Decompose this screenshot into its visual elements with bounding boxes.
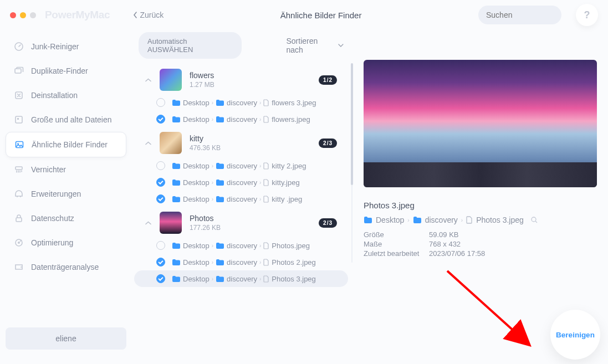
minimize-window-button[interactable] — [20, 12, 26, 18]
file-name: kitty 2.jpeg — [272, 162, 306, 170]
checkbox[interactable] — [156, 241, 165, 250]
group-info: kitty 476.36 KB — [190, 134, 311, 152]
path-segment: discovery — [227, 162, 257, 170]
sidebar-item-optimierung[interactable]: Optimierung — [6, 230, 126, 255]
sidebar-item-duplikate-finder[interactable]: Duplikate-Finder — [6, 59, 126, 83]
checkbox[interactable] — [156, 178, 165, 187]
file-row[interactable]: Desktop› discovery› Photos 3.jpeg — [134, 270, 348, 287]
uninstall-icon — [13, 90, 24, 101]
file-path: Desktop› discovery› kitty .jpeg — [172, 195, 302, 203]
chevron-right-icon: › — [259, 243, 261, 249]
file-path: Desktop› discovery› Photos.jpeg — [172, 242, 310, 250]
checkbox[interactable] — [156, 98, 165, 107]
file-row[interactable]: Desktop› discovery› Photos 2.jpeg — [134, 254, 348, 270]
svg-line-16 — [447, 271, 527, 342]
folder-icon — [172, 196, 181, 203]
meta-key: Maße — [364, 240, 425, 248]
path-segment: Desktop — [183, 99, 210, 107]
sidebar-item-deinstallation[interactable]: Deinstallation — [6, 83, 126, 107]
file-icon — [263, 179, 269, 186]
result-list: Automatisch AUSWÄHLEN Sortieren nach flo… — [132, 30, 350, 364]
file-path: Desktop› discovery› flowers.jpeg — [172, 115, 310, 124]
group-count-badge: 2/3 — [319, 139, 337, 148]
folder-icon — [216, 196, 224, 203]
svg-rect-7 — [16, 142, 23, 148]
path-segment: discovery — [227, 258, 257, 266]
sidebar-item-datenschutz[interactable]: Datenschutz — [6, 206, 126, 230]
chevron-right-icon: › — [259, 259, 261, 265]
result-group: flowers 1.27 MB 1/2 Desktop› discovery› … — [134, 65, 348, 127]
file-row[interactable]: Desktop› discovery› kitty.jpeg — [134, 174, 348, 191]
file-name: kitty .jpeg — [272, 195, 302, 203]
folder-icon — [216, 162, 224, 170]
checkbox[interactable] — [156, 115, 165, 124]
maximize-window-button[interactable] — [30, 12, 36, 18]
file-icon — [263, 162, 269, 170]
group-name: flowers — [190, 71, 311, 80]
path-segment: Desktop — [183, 115, 210, 124]
images-icon — [14, 139, 25, 150]
lock-icon — [13, 213, 24, 224]
sidebar-item-grosse-dateien[interactable]: Große und alte Dateien — [6, 107, 126, 132]
folder-icon — [216, 242, 224, 249]
sidebar-item-erweiterungen[interactable]: Erweiterungen — [6, 182, 126, 206]
checkbox[interactable] — [156, 161, 165, 170]
group-header[interactable]: Photos 177.26 KB 2/3 — [134, 208, 348, 237]
reveal-icon[interactable] — [530, 216, 538, 224]
path-segment: Desktop — [183, 275, 210, 283]
auto-select-button[interactable]: Automatisch AUSWÄHLEN — [139, 32, 242, 59]
svg-line-15 — [535, 221, 537, 223]
meta-row: Größe59.09 KB — [364, 230, 597, 239]
sidebar-item-datentraegeranalyse[interactable]: Datenträgeranalyse — [6, 255, 126, 279]
group-header[interactable]: kitty 476.36 KB 2/3 — [134, 129, 348, 157]
preview-image — [364, 60, 597, 187]
path-segment: Desktop — [376, 216, 404, 224]
group-header[interactable]: flowers 1.27 MB 1/2 — [134, 65, 348, 94]
group-count-badge: 1/2 — [319, 75, 337, 85]
file-name: flowers 3.jpeg — [272, 99, 316, 107]
sidebar-item-label: Junk-Reiniger — [31, 42, 79, 51]
checkbox[interactable] — [156, 194, 165, 203]
chevron-right-icon: › — [212, 243, 213, 249]
svg-rect-6 — [17, 118, 19, 120]
folder-icon — [216, 116, 224, 123]
chevron-right-icon: › — [259, 180, 261, 186]
search-input[interactable] — [486, 11, 583, 19]
sidebar-item-vernichter[interactable]: Vernichter — [6, 157, 126, 182]
path-segment: discovery — [227, 99, 257, 107]
preview-path: Desktop › discovery › Photos 3.jpeg — [364, 216, 597, 224]
chevron-right-icon: › — [407, 217, 409, 223]
folder-icon — [172, 162, 181, 170]
file-name: Photos 3.jpeg — [272, 275, 316, 283]
file-name: kitty.jpeg — [272, 178, 299, 187]
user-pill[interactable]: eliene — [6, 327, 126, 350]
close-window-button[interactable] — [10, 12, 16, 18]
checkbox[interactable] — [156, 274, 165, 283]
back-button[interactable]: Zurück — [133, 11, 164, 19]
chevron-right-icon: › — [212, 180, 213, 186]
file-row[interactable]: Desktop› discovery› kitty .jpeg — [134, 191, 348, 207]
path-segment: discovery — [425, 216, 458, 224]
sort-button[interactable]: Sortieren nach — [286, 37, 344, 54]
chevron-up-icon[interactable] — [145, 221, 152, 225]
chevron-up-icon[interactable] — [145, 141, 152, 145]
file-row[interactable]: Desktop› discovery› Photos.jpeg — [134, 237, 348, 254]
group-size: 1.27 MB — [190, 81, 311, 89]
chevron-up-icon[interactable] — [145, 78, 152, 82]
chevron-right-icon: › — [212, 163, 213, 169]
meta-row: Maße768 x 432 — [364, 239, 597, 249]
file-row[interactable]: Desktop› discovery› flowers.jpeg — [134, 111, 348, 127]
folder-icon — [216, 275, 224, 283]
sidebar-item-aehnliche-bilder[interactable]: Ähnliche Bilder Finder — [6, 132, 126, 157]
clean-button[interactable]: Bereinigen — [550, 310, 600, 360]
checkbox[interactable] — [156, 258, 165, 266]
search-box[interactable] — [478, 6, 561, 24]
file-row[interactable]: Desktop› discovery› flowers 3.jpeg — [134, 94, 348, 111]
path-segment: discovery — [227, 195, 257, 203]
svg-point-12 — [18, 242, 20, 244]
folder-icon — [172, 275, 181, 283]
sidebar-item-junk-reiniger[interactable]: Junk-Reiniger — [6, 34, 126, 59]
file-row[interactable]: Desktop› discovery› kitty 2.jpeg — [134, 157, 348, 174]
file-icon — [263, 196, 269, 203]
help-button[interactable]: ? — [576, 4, 598, 26]
